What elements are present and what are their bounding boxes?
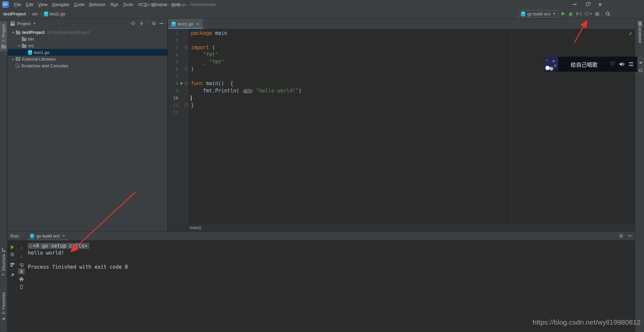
fold-start-icon[interactable]: − <box>185 82 188 85</box>
code-line[interactable]: 7 <box>168 73 635 80</box>
stop-process-button[interactable] <box>10 253 14 256</box>
sidebar-item-project[interactable]: 1: Project <box>0 21 7 51</box>
menu-view[interactable]: View <box>36 2 50 7</box>
rerun-button[interactable] <box>11 245 14 249</box>
inspections-ok-icon[interactable]: ✓ <box>629 31 633 36</box>
tree-item-path: D:\GoFiles\testProject <box>47 30 90 35</box>
volume-button[interactable] <box>619 62 625 67</box>
debug-button[interactable] <box>568 11 573 16</box>
scroll-to-end-button[interactable] <box>18 268 25 274</box>
gutter-fold-slot[interactable]: ^ <box>184 68 189 71</box>
tree-item-external-libraries[interactable]: ▸External Libraries <box>8 56 167 62</box>
tree-item-scratches-and-consoles[interactable]: Scratches and Consoles <box>8 62 167 69</box>
folder-icon <box>22 45 26 48</box>
music-close-icon[interactable]: ✕ <box>639 61 643 65</box>
profiler-button[interactable]: ▼ <box>584 11 593 16</box>
code-token <box>253 88 256 94</box>
gutter-fold-slot[interactable]: − <box>184 46 189 49</box>
run-toolbar: go build src/ ▼ ▼ <box>518 9 610 19</box>
code-line[interactable]: 9 fmt.Println( a…: "hello world!") <box>168 87 635 94</box>
tree-item-src[interactable]: ▾src <box>8 42 167 49</box>
code-line[interactable]: 1package main <box>168 29 635 37</box>
down-stacktrace-icon[interactable]: ↓ <box>20 254 23 259</box>
breadcrumb-item-src[interactable]: src <box>32 11 38 16</box>
code-line[interactable]: 11^} <box>168 102 635 109</box>
tree-item-test1-go[interactable]: test1.go <box>8 49 167 56</box>
print-button[interactable] <box>19 277 24 281</box>
code-line[interactable]: 3−import ( <box>168 44 635 51</box>
restore-button[interactable] <box>581 0 594 9</box>
run-line-icon[interactable] <box>180 82 183 85</box>
run-config-selector[interactable]: go build src/ ▼ <box>518 10 558 17</box>
gutter-fold-slot[interactable]: ^ <box>184 104 189 107</box>
code-line[interactable]: 2 <box>168 37 635 44</box>
stop-button[interactable] <box>595 12 599 16</box>
fold-expand-icon[interactable]: + <box>29 244 32 248</box>
menu-run[interactable]: Run <box>108 2 121 7</box>
tree-item-testproject[interactable]: ▾testProjectD:\GoFiles\testProject <box>8 29 167 36</box>
run-tab-close-icon[interactable]: ✕ <box>62 234 65 238</box>
gutter-run-slot[interactable] <box>179 82 184 85</box>
album-art[interactable] <box>543 57 558 72</box>
hide-panel-icon[interactable] <box>160 23 163 24</box>
close-button[interactable]: ✕ <box>594 0 606 9</box>
code-line[interactable]: 8−func main() { <box>168 80 635 87</box>
clear-all-button[interactable] <box>19 284 23 289</box>
run-button[interactable] <box>561 12 565 16</box>
breadcrumb-function[interactable]: main() <box>190 225 201 230</box>
bug-icon <box>568 11 573 16</box>
tree-item-bin[interactable]: bin <box>8 36 167 42</box>
collapse-all-icon[interactable] <box>139 21 144 26</box>
menu-navigate[interactable]: Navigate <box>50 2 71 7</box>
locate-file-icon[interactable] <box>131 21 136 26</box>
menu-tools[interactable]: Tools <box>121 2 136 7</box>
pin-tab-button[interactable] <box>10 273 15 277</box>
gear-icon[interactable]: ⚙ <box>152 21 156 26</box>
run-tab[interactable]: go build src/ ✕ <box>28 231 67 240</box>
run-panel-toolbar-console: ↑ ↓ <box>17 240 26 332</box>
playlist-icon[interactable] <box>629 62 633 66</box>
tree-chevron-icon[interactable]: ▾ <box>16 44 22 48</box>
console-line[interactable] <box>26 256 635 263</box>
fold-end-icon[interactable]: ^ <box>185 104 188 107</box>
line-number: 7 <box>168 74 179 79</box>
menu-file[interactable]: File <box>12 2 23 7</box>
soft-wrap-button[interactable] <box>19 263 24 267</box>
menu-refactor[interactable]: Refactor <box>87 2 108 7</box>
code-line[interactable]: 10 <box>168 94 635 102</box>
minimize-button[interactable] <box>568 0 581 9</box>
music-mini-icon[interactable] <box>639 69 642 72</box>
console-line[interactable]: hello world! <box>26 249 635 256</box>
sidebar-item-favorites[interactable]: 2: Favorites ★ <box>0 292 7 321</box>
gutter-fold-slot[interactable]: − <box>184 82 189 85</box>
console-line[interactable]: Process finished with exit code 0 <box>26 263 635 270</box>
restore-layout-button[interactable] <box>10 263 15 267</box>
code-line[interactable]: 12 <box>168 109 635 116</box>
search-everywhere-button[interactable] <box>605 11 610 16</box>
editor-area[interactable]: test1.go ✕ 1package main23−import (4 "fm… <box>168 19 635 231</box>
code-token: _ <box>191 59 209 65</box>
chevron-down-icon[interactable]: ▼ <box>33 22 36 25</box>
sidebar-item-structure[interactable]: 7: Structure <box>0 249 7 276</box>
console-line[interactable]: +<4 go setup calls> <box>26 242 635 249</box>
tree-chevron-icon[interactable]: ▸ <box>10 57 16 61</box>
tab-close-icon[interactable]: ✕ <box>196 21 200 26</box>
tab-test1-go[interactable]: test1.go ✕ <box>168 19 203 29</box>
fold-end-icon[interactable]: ^ <box>185 68 188 71</box>
console-folded-region[interactable]: +<4 go setup calls> <box>28 243 89 249</box>
hide-panel-icon[interactable] <box>628 236 632 236</box>
line-number: 9 <box>168 88 179 93</box>
fold-start-icon[interactable]: − <box>185 46 188 49</box>
sidebar-item-database[interactable]: Database <box>635 21 644 43</box>
breadcrumb-item-test1-go[interactable]: test1.go <box>44 11 65 16</box>
project-panel-title[interactable]: Project <box>17 21 31 26</box>
code-token: "fmt" <box>209 59 224 65</box>
like-heart-icon[interactable]: ♡ <box>610 61 615 67</box>
tree-chevron-icon[interactable]: ▾ <box>10 30 16 34</box>
up-stacktrace-icon[interactable]: ↑ <box>20 246 23 251</box>
run-with-coverage-button[interactable] <box>576 12 581 16</box>
breadcrumb-item-testProject[interactable]: testProject <box>3 11 26 16</box>
menu-code[interactable]: Code <box>72 2 87 7</box>
gear-icon[interactable]: ⚙ <box>619 234 623 238</box>
menu-edit[interactable]: Edit <box>23 2 36 7</box>
